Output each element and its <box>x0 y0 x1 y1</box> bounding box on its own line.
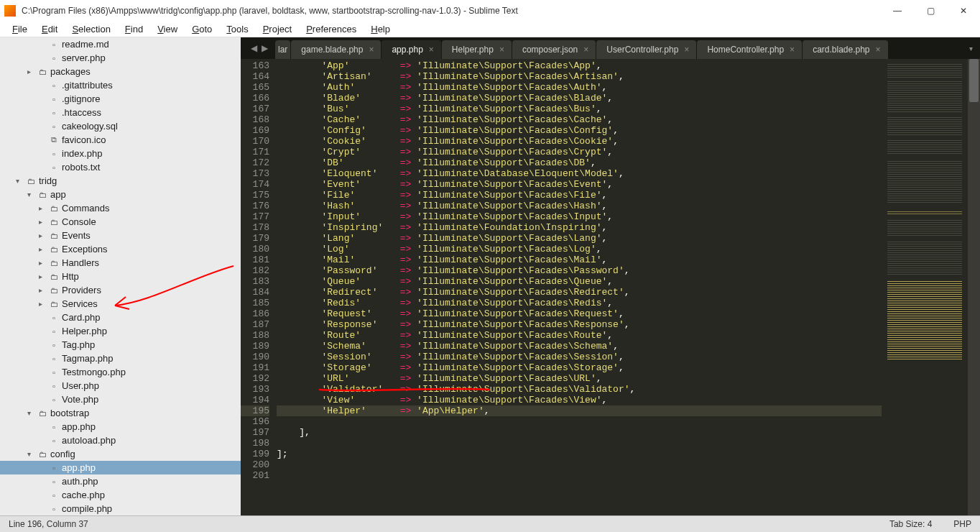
sidebar-item[interactable]: ▫app.php <box>0 461 241 474</box>
folder-icon: 🗀 <box>49 217 59 227</box>
sidebar-item[interactable]: ▫compile.php <box>0 502 241 515</box>
status-tab-size[interactable]: Tab Size: 4 <box>889 519 932 529</box>
tab-close-icon[interactable]: × <box>369 45 374 55</box>
tab[interactable]: HomeController.php× <box>697 40 802 59</box>
sidebar-item[interactable]: ▸🗀Console <box>0 215 241 229</box>
sidebar-item[interactable]: ▫index.php <box>0 147 241 160</box>
menu-selection[interactable]: Selection <box>65 22 116 36</box>
sidebar-item[interactable]: ▫Card.php <box>0 311 241 324</box>
sidebar-item[interactable]: ▫cakeology.sql <box>0 119 241 133</box>
sidebar-item[interactable]: ▸🗀Handlers <box>0 256 241 270</box>
sidebar-item[interactable]: ⧉favicon.ico <box>0 133 241 147</box>
disclosure-icon: ▸ <box>39 286 46 294</box>
file-icon: ▫ <box>49 326 59 336</box>
sidebar-item[interactable]: ▸🗀Commands <box>0 201 241 215</box>
sidebar-item[interactable]: ▫app.php <box>0 420 241 434</box>
tab[interactable]: app.php× <box>382 40 440 59</box>
sidebar-item[interactable]: ▫server.php <box>0 51 241 65</box>
sidebar-item[interactable]: ▫cache.php <box>0 488 241 502</box>
tab-close-icon[interactable]: × <box>790 45 795 55</box>
sidebar-item[interactable]: ▸🗀Exceptions <box>0 242 241 256</box>
sidebar-item[interactable]: ▸🗀Http <box>0 270 241 283</box>
disclosure-icon: ▸ <box>39 259 46 267</box>
file-icon: ▫ <box>49 477 59 487</box>
tab[interactable]: composer.json× <box>512 40 596 59</box>
disclosure-icon: ▾ <box>27 409 34 417</box>
menu-edit[interactable]: Edit <box>35 22 64 36</box>
tab-partial[interactable]: lar <box>275 40 290 59</box>
file-icon: ▫ <box>49 367 59 377</box>
line-gutter: 1631641651661671681691701711721731741751… <box>241 59 277 515</box>
close-button[interactable]: ✕ <box>947 0 980 22</box>
sidebar[interactable]: ▫readme.md▫server.php▸🗀packages▫.gitattr… <box>0 37 241 515</box>
tab-close-icon[interactable]: × <box>684 45 689 55</box>
tab[interactable]: card.blade.php× <box>803 40 887 59</box>
menu-bar: FileEditSelectionFindViewGotoToolsProjec… <box>0 22 980 37</box>
tab-next-icon[interactable]: ▶ <box>262 43 268 53</box>
tab[interactable]: game.blade.php× <box>291 40 381 59</box>
maximize-button[interactable]: ▢ <box>914 0 947 22</box>
sidebar-item[interactable]: ▾🗀app <box>0 188 241 201</box>
tab[interactable]: Helper.php× <box>442 40 512 59</box>
disclosure-icon: ▸ <box>39 231 46 239</box>
sidebar-item-label: tridg <box>39 175 57 186</box>
sidebar-item[interactable]: ▫Vote.php <box>0 393 241 406</box>
sidebar-item-label: Testmongo.php <box>62 367 126 377</box>
sidebar-item[interactable]: ▫autoload.php <box>0 434 241 447</box>
folder-icon: 🗀 <box>37 190 47 200</box>
sidebar-item-label: Vote.php <box>62 394 98 405</box>
tab[interactable]: UserController.php× <box>596 40 696 59</box>
sidebar-item-label: compile.php <box>62 503 112 514</box>
menu-file[interactable]: File <box>6 22 34 36</box>
sidebar-item[interactable]: ▾🗀config <box>0 447 241 461</box>
tabs-overflow-icon[interactable]: ▾ <box>969 45 973 52</box>
sidebar-item-label: readme.md <box>62 39 109 50</box>
menu-goto[interactable]: Goto <box>185 22 218 36</box>
sidebar-item[interactable]: ▫readme.md <box>0 37 241 51</box>
code-editor[interactable]: 1631641651661671681691701711721731741751… <box>241 59 980 515</box>
sidebar-item[interactable]: ▸🗀packages <box>0 65 241 78</box>
sidebar-item[interactable]: ▫User.php <box>0 379 241 393</box>
file-icon: ▫ <box>49 108 59 118</box>
minimap[interactable] <box>882 59 968 515</box>
sidebar-item[interactable]: ▫.htaccess <box>0 106 241 119</box>
disclosure-icon: ▾ <box>27 191 34 198</box>
file-icon: ▫ <box>49 313 59 323</box>
status-language[interactable]: PHP <box>953 519 971 529</box>
menu-find[interactable]: Find <box>119 22 149 36</box>
tab-label: game.blade.php <box>301 45 363 55</box>
folder-icon: 🗀 <box>37 408 47 418</box>
minimize-button[interactable]: — <box>881 0 914 22</box>
tab-prev-icon[interactable]: ◀ <box>251 43 257 53</box>
vertical-scrollbar[interactable] <box>968 59 980 515</box>
menu-help[interactable]: Help <box>364 22 397 36</box>
sidebar-item[interactable]: ▫Tagmap.php <box>0 352 241 365</box>
sidebar-item[interactable]: ▫Tag.php <box>0 338 241 352</box>
sidebar-item[interactable]: ▸🗀Providers <box>0 283 241 297</box>
menu-tools[interactable]: Tools <box>220 22 254 36</box>
sidebar-item[interactable]: ▾🗀tridg <box>0 174 241 188</box>
sidebar-item[interactable]: ▫auth.php <box>0 474 241 488</box>
code-content[interactable]: 'App' => 'Illuminate\Support\Facades\App… <box>277 59 882 515</box>
sidebar-item[interactable]: ▫robots.txt <box>0 160 241 174</box>
sidebar-item[interactable]: ▫.gitignore <box>0 92 241 106</box>
sidebar-item-label: Handlers <box>62 257 99 268</box>
tab-nav[interactable]: ◀ ▶ <box>244 43 275 53</box>
folder-icon: 🗀 <box>49 272 59 282</box>
tab-close-icon[interactable]: × <box>583 45 588 55</box>
sidebar-item[interactable]: ▸🗀Services <box>0 297 241 311</box>
folder-icon: 🗀 <box>37 449 47 459</box>
sidebar-item[interactable]: ▫Testmongo.php <box>0 365 241 379</box>
menu-preferences[interactable]: Preferences <box>300 22 363 36</box>
sidebar-item[interactable]: ▫.gitattributes <box>0 78 241 92</box>
sidebar-item[interactable]: ▸🗀Events <box>0 229 241 242</box>
file-icon: ▫ <box>49 436 59 446</box>
menu-view[interactable]: View <box>151 22 184 36</box>
sidebar-item[interactable]: ▾🗀bootstrap <box>0 406 241 420</box>
tab-close-icon[interactable]: × <box>499 45 504 55</box>
tab-close-icon[interactable]: × <box>876 45 881 55</box>
sidebar-item-label: .gitignore <box>62 93 100 104</box>
tab-close-icon[interactable]: × <box>429 45 434 55</box>
menu-project[interactable]: Project <box>256 22 298 36</box>
sidebar-item[interactable]: ▫Helper.php <box>0 324 241 338</box>
